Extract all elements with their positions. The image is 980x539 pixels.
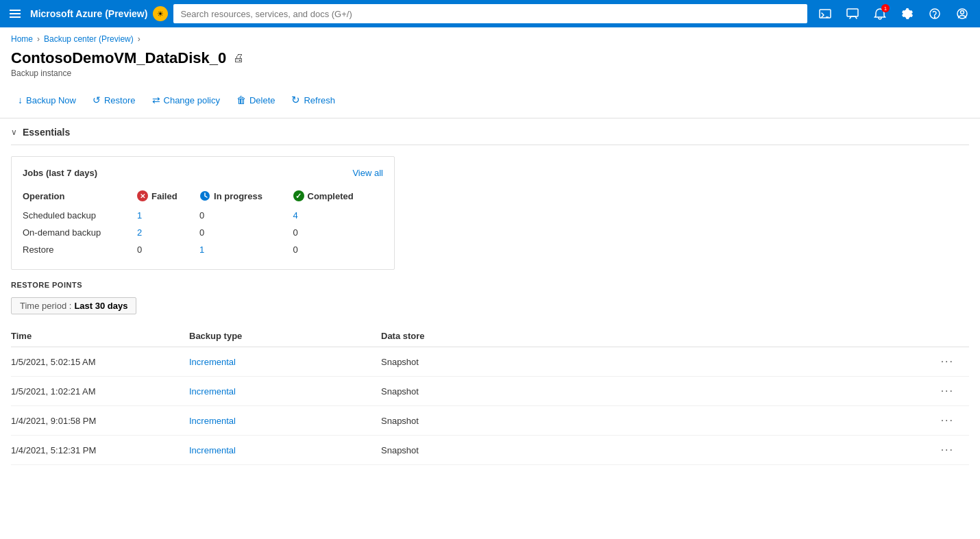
col-completed: ✓ Completed <box>293 186 384 207</box>
inprogress-icon <box>199 190 210 201</box>
completed-icon: ✓ <box>293 190 304 201</box>
rp-actions-cell: ··· <box>573 406 969 436</box>
account-icon[interactable] <box>950 1 975 26</box>
print-icon[interactable]: 🖨 <box>233 52 244 64</box>
rp-ellipsis-button[interactable]: ··· <box>937 384 958 399</box>
rp-backup-type-cell[interactable]: Incremental <box>189 347 381 377</box>
essentials-label: Essentials <box>23 127 70 138</box>
change-policy-icon: ⇄ <box>152 95 160 105</box>
page-title: ContosoDemoVM_DataDisk_0 <box>11 49 226 67</box>
rp-data-store-cell: Snapshot <box>381 436 573 465</box>
time-period-filter[interactable]: Time period : Last 30 days <box>11 297 136 314</box>
settings-icon[interactable] <box>895 1 920 26</box>
breadcrumb: Home › Backup center (Preview) › <box>0 27 980 47</box>
change-policy-label: Change policy <box>164 95 220 105</box>
rp-actions-cell: ··· <box>573 377 969 406</box>
topbar-badge-icon: ☀ <box>153 6 168 21</box>
restore-point-row: 1/5/2021, 5:02:15 AMIncrementalSnapshot·… <box>11 347 969 377</box>
breadcrumb-backup-center[interactable]: Backup center (Preview) <box>44 34 134 44</box>
rp-data-store-cell: Snapshot <box>381 347 573 377</box>
search-input[interactable] <box>173 4 807 23</box>
jobs-inprogress-cell: 0 <box>199 207 293 224</box>
backup-now-label: Backup Now <box>26 95 76 105</box>
refresh-button[interactable]: ↻ Refresh <box>284 90 342 110</box>
rp-ellipsis-button[interactable]: ··· <box>937 354 958 369</box>
restore-label: Restore <box>104 95 136 105</box>
rp-data-store-cell: Snapshot <box>381 406 573 436</box>
jobs-operation-cell: On-demand backup <box>23 224 137 241</box>
filter-value: Last 30 days <box>74 301 127 311</box>
hamburger-menu-icon[interactable] <box>5 4 25 23</box>
col-failed: ✕ Failed <box>137 186 199 207</box>
restore-point-row: 1/4/2021, 9:01:58 PMIncrementalSnapshot·… <box>11 406 969 436</box>
rp-col-data-store: Data store <box>381 325 573 347</box>
breadcrumb-home[interactable]: Home <box>11 34 33 44</box>
change-policy-button[interactable]: ⇄ Change policy <box>145 91 227 109</box>
jobs-failed-cell: 1 <box>137 207 199 224</box>
restore-point-row: 1/5/2021, 1:02:21 AMIncrementalSnapshot·… <box>11 377 969 406</box>
delete-button[interactable]: 🗑 Delete <box>230 91 282 109</box>
restore-icon: ↺ <box>93 95 101 105</box>
rp-backup-type-cell[interactable]: Incremental <box>189 436 381 465</box>
rp-time-cell: 1/4/2021, 5:12:31 PM <box>11 436 189 465</box>
jobs-failed-cell: 0 <box>137 241 199 258</box>
rp-actions-cell: ··· <box>573 436 969 465</box>
jobs-failed-cell: 2 <box>137 224 199 241</box>
rp-time-cell: 1/4/2021, 9:01:58 PM <box>11 406 189 436</box>
svg-rect-3 <box>820 10 831 18</box>
svg-point-7 <box>935 17 935 18</box>
rp-actions-cell: ··· <box>573 347 969 377</box>
notifications-icon[interactable]: 1 <box>868 1 892 26</box>
rp-time-cell: 1/5/2021, 5:02:15 AM <box>11 347 189 377</box>
restore-button[interactable]: ↺ Restore <box>86 91 143 109</box>
svg-rect-5 <box>847 9 858 16</box>
backup-now-button[interactable]: ↓ Backup Now <box>11 91 83 109</box>
breadcrumb-sep-1: › <box>37 34 40 44</box>
page-header: ContosoDemoVM_DataDisk_0 🖨 Backup instan… <box>0 47 980 85</box>
jobs-completed-cell: 4 <box>293 207 384 224</box>
toolbar: ↓ Backup Now ↺ Restore ⇄ Change policy 🗑… <box>0 85 980 118</box>
essentials-section-header[interactable]: ∨ Essentials <box>11 118 969 145</box>
refresh-icon: ↻ <box>291 94 300 106</box>
jobs-card-header: Jobs (last 7 days) View all <box>23 168 383 178</box>
essentials-toggle-icon: ∨ <box>11 127 17 137</box>
jobs-table: Operation ✕ Failed In <box>23 186 383 258</box>
jobs-inprogress-cell: 1 <box>199 241 293 258</box>
refresh-label: Refresh <box>304 95 335 105</box>
page-title-row: ContosoDemoVM_DataDisk_0 🖨 <box>11 49 244 67</box>
jobs-completed-cell: 0 <box>293 224 384 241</box>
jobs-completed-cell: 0 <box>293 241 384 258</box>
col-operation: Operation <box>23 186 137 207</box>
restore-point-row: 1/4/2021, 5:12:31 PMIncrementalSnapshot·… <box>11 436 969 465</box>
svg-rect-0 <box>10 10 21 11</box>
rp-col-actions <box>573 325 969 347</box>
rp-time-cell: 1/5/2021, 1:02:21 AM <box>11 377 189 406</box>
jobs-table-row: Scheduled backup104 <box>23 207 383 224</box>
cloud-shell-icon[interactable] <box>813 1 837 26</box>
view-all-link[interactable]: View all <box>352 168 383 178</box>
restore-points-table: Time Backup type Data store 1/5/2021, 5:… <box>11 325 969 465</box>
backup-now-icon: ↓ <box>18 95 23 105</box>
delete-label: Delete <box>249 95 275 105</box>
jobs-card: Jobs (last 7 days) View all Operation ✕ … <box>11 156 395 270</box>
jobs-inprogress-cell: 0 <box>199 224 293 241</box>
rp-ellipsis-button[interactable]: ··· <box>937 413 958 428</box>
rp-backup-type-cell[interactable]: Incremental <box>189 406 381 436</box>
jobs-operation-cell: Scheduled backup <box>23 207 137 224</box>
jobs-table-row: Restore010 <box>23 241 383 258</box>
rp-backup-type-cell[interactable]: Incremental <box>189 377 381 406</box>
feedback-icon[interactable] <box>840 1 865 26</box>
rp-ellipsis-button[interactable]: ··· <box>937 442 958 457</box>
rp-col-backup-type: Backup type <box>189 325 381 347</box>
topbar: Microsoft Azure (Preview) ☀ 1 <box>0 0 980 27</box>
svg-point-9 <box>961 11 964 14</box>
delete-icon: 🗑 <box>236 95 246 105</box>
help-icon[interactable] <box>922 1 947 26</box>
svg-rect-1 <box>10 13 21 14</box>
jobs-table-row: On-demand backup200 <box>23 224 383 241</box>
topbar-icons: 1 <box>813 1 975 26</box>
col-inprogress: In progress <box>199 186 293 207</box>
svg-rect-2 <box>10 16 21 18</box>
topbar-title: Microsoft Azure (Preview) <box>30 8 147 19</box>
notification-badge: 1 <box>881 4 890 12</box>
